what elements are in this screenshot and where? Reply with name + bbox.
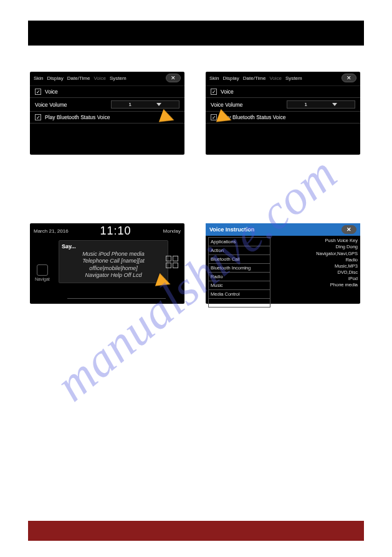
status-day: Monday	[163, 228, 181, 234]
checkbox-icon[interactable]: ✓	[211, 114, 217, 120]
vi-cmd: Music,MP3	[273, 263, 358, 269]
voice-instruction-title: Voice Instruction	[209, 226, 254, 233]
tab-display[interactable]: Display	[223, 75, 239, 81]
status-clock: 11:10	[100, 225, 131, 238]
bottom-red-bar	[28, 521, 364, 541]
vi-cmd: Ding Dong	[273, 244, 358, 249]
vi-cmd: Push Voice Key	[273, 238, 358, 243]
vi-cmd: Navigator,Navi,GPS	[273, 251, 358, 256]
checkbox-icon[interactable]: ✓	[35, 114, 41, 120]
voice-volume-row[interactable]: Voice Volume 1	[206, 98, 360, 112]
vi-cell-empty	[209, 299, 270, 308]
voice-row[interactable]: ✓ Voice	[206, 86, 360, 98]
say-line: office|mobile|home]	[62, 265, 165, 272]
say-title: Say...	[62, 243, 165, 249]
checkbox-icon[interactable]: ✓	[35, 89, 41, 95]
status-date: March 21, 2016	[34, 228, 69, 234]
tab-datetime[interactable]: Date/Time	[67, 75, 90, 81]
vi-cmd: iPod	[273, 276, 358, 281]
vi-cmd: DVD,Disc	[273, 269, 358, 275]
voice-instruction-panel: Voice Instruction ✕ Applications Action …	[206, 223, 360, 304]
say-line: Telephone Call [name][at	[62, 258, 165, 264]
settings-tabs: Skin Display Date/Time Voice System ✕	[30, 72, 184, 86]
settings-panel-1: Skin Display Date/Time Voice System ✕ ✓ …	[30, 72, 184, 155]
tab-system[interactable]: System	[110, 75, 127, 81]
voice-label: Voice	[221, 89, 234, 95]
say-line: Music iPod Phone media	[62, 251, 165, 258]
tab-skin[interactable]: Skin	[34, 75, 44, 81]
say-line: Navigator Help Off Lcd	[62, 272, 165, 279]
tab-voice[interactable]: Voice	[93, 75, 106, 81]
say-body: Music iPod Phone media Telephone Call [n…	[62, 251, 165, 279]
voice-volume-select[interactable]: 1	[111, 100, 179, 109]
voice-volume-select[interactable]: 1	[287, 100, 355, 109]
top-black-bar	[28, 21, 364, 46]
voice-volume-row[interactable]: Voice Volume 1	[30, 98, 184, 112]
volume-slider[interactable]	[67, 295, 166, 299]
tab-skin[interactable]: Skin	[209, 75, 219, 81]
apps-grid-icon[interactable]	[166, 256, 178, 268]
vi-cmd: Radio	[273, 257, 358, 263]
say-dialog: Say... Music iPod Phone media Telephone …	[59, 240, 168, 283]
tab-display[interactable]: Display	[47, 75, 64, 81]
checkbox-icon[interactable]: ✓	[211, 89, 217, 95]
voice-row[interactable]: ✓ Voice	[30, 86, 184, 98]
tab-system[interactable]: System	[285, 75, 302, 81]
close-button[interactable]: ✕	[342, 74, 356, 82]
voice-instruction-table: Applications Action Bluetooth Call Bluet…	[208, 237, 270, 308]
voice-volume-label: Voice Volume	[211, 102, 243, 108]
chevron-down-icon	[156, 103, 161, 106]
close-button[interactable]: ✕	[342, 225, 356, 234]
tab-datetime[interactable]: Date/Time	[243, 75, 266, 81]
vi-cell[interactable]: Radio	[209, 273, 270, 281]
settings-tabs: Skin Display Date/Time Voice System ✕	[206, 72, 360, 86]
voice-instruction-header: Voice Instruction ✕	[206, 223, 360, 236]
vi-cmd: Phone media	[273, 282, 358, 288]
voice-instruction-commands: Push Voice Key Ding Dong Navigator,Navi,…	[273, 237, 358, 301]
play-bt-label: Play Bluetooth Status Voice	[45, 114, 110, 120]
voice-volume-label: Voice Volume	[35, 102, 67, 108]
status-bar: March 21, 2016 11:10 Monday	[30, 223, 184, 239]
voice-volume-value: 1	[305, 102, 307, 107]
voice-label: Voice	[45, 89, 58, 95]
tab-voice[interactable]: Voice	[269, 75, 282, 81]
settings-panel-2: Skin Display Date/Time Voice System ✕ ✓ …	[206, 72, 360, 155]
vi-cell[interactable]: Bluetooth Incoming	[209, 264, 270, 273]
close-button[interactable]: ✕	[166, 74, 181, 82]
vi-cell[interactable]: Bluetooth Call	[209, 255, 270, 264]
chevron-down-icon	[332, 103, 337, 106]
navigator-label: Navigat	[35, 277, 50, 281]
vi-cell[interactable]: Music	[209, 281, 270, 290]
navigator-icon[interactable]: Navigat	[35, 264, 50, 281]
vi-cell[interactable]: Media Control	[209, 290, 270, 299]
vi-cell[interactable]: Applications	[209, 238, 270, 246]
voice-volume-value: 1	[129, 102, 131, 107]
home-panel: March 21, 2016 11:10 Monday Navigat Say.…	[30, 223, 184, 304]
vi-cell[interactable]: Action	[209, 246, 270, 255]
